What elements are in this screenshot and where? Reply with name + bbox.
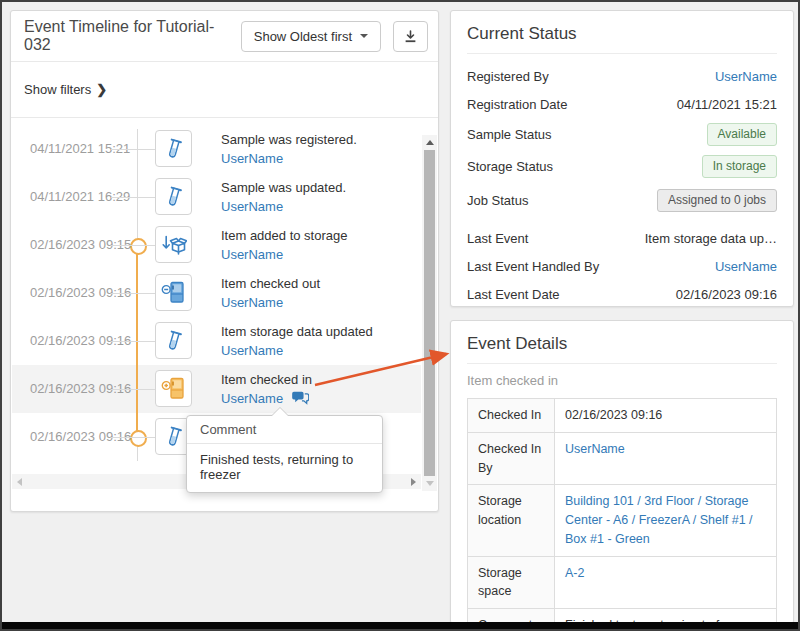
status-row-last-event-date: Last Event Date 02/16/2023 09:16 <box>467 280 777 308</box>
checked-in-by-user-link[interactable]: UserName <box>555 432 777 485</box>
event-user-link[interactable]: UserName <box>221 151 283 166</box>
status-row-sample-status: Sample Status Available <box>467 118 777 150</box>
freezer-check-out-icon <box>155 274 192 311</box>
test-tube-icon <box>155 178 192 215</box>
last-event-value: Item storage data up… <box>645 231 777 246</box>
add-to-storage-icon <box>155 226 192 263</box>
status-row-registered-by: Registered By UserName <box>467 62 777 90</box>
show-filters-label: Show filters <box>24 82 91 97</box>
storage-location-link[interactable]: Building 101 / 3rd Floor / Storage Cente… <box>555 485 777 556</box>
timeline-header: Event Timeline for Tutorial-032 Show Old… <box>11 11 438 62</box>
storage-space-link[interactable]: A-2 <box>555 556 777 609</box>
status-row-last-event-handled-by: Last Event Handled By UserName <box>467 252 777 280</box>
timeline-event-row: 04/11/2021 15:21 Sample was registered. … <box>11 125 421 173</box>
sort-order-button[interactable]: Show Oldest first <box>241 21 381 52</box>
last-event-user-link[interactable]: UserName <box>715 259 777 274</box>
scroll-down-button[interactable] <box>422 476 437 491</box>
event-user-link[interactable]: UserName <box>221 391 283 406</box>
timeline-event-row: 02/16/2023 09:16 Item checked out UserNa… <box>11 269 421 317</box>
chevron-right-icon: ❯ <box>96 82 107 97</box>
current-status-title: Current Status <box>467 11 777 54</box>
event-details-table: Checked In 02/16/2023 09:16 Checked In B… <box>467 398 777 631</box>
table-row: Checked In 02/16/2023 09:16 <box>468 399 777 433</box>
timeline-event-row: 02/16/2023 09:15 Item added to storage U… <box>11 221 421 269</box>
sort-order-label: Show Oldest first <box>254 29 352 44</box>
event-user-link[interactable]: UserName <box>221 247 283 262</box>
comment-popover: Comment Finished tests, returning to fre… <box>186 415 383 493</box>
job-status-badge[interactable]: Assigned to 0 jobs <box>657 189 777 212</box>
status-row-job-status: Job Status Assigned to 0 jobs <box>467 182 777 218</box>
status-row-last-event: Last Event Item storage data up… <box>467 224 777 252</box>
event-timeline-panel: Event Timeline for Tutorial-032 Show Old… <box>10 10 439 512</box>
timeline-event-row: 02/16/2023 09:16 Item storage data updat… <box>11 317 421 365</box>
event-details-subtitle: Item checked in <box>467 364 777 398</box>
freezer-check-in-icon <box>155 370 192 407</box>
status-row-storage-status: Storage Status In storage <box>467 150 777 182</box>
vertical-scrollbar-thumb[interactable] <box>424 150 435 476</box>
registered-by-user-link[interactable]: UserName <box>715 69 777 84</box>
scroll-up-button[interactable] <box>422 135 437 150</box>
event-user-link[interactable]: UserName <box>221 199 283 214</box>
event-details-panel: Event Details Item checked in Checked In… <box>450 320 794 624</box>
event-text: Item checked in <box>221 370 312 389</box>
event-user-link[interactable]: UserName <box>221 295 283 310</box>
timeline-event-row: 04/11/2021 16:29 Sample was updated. Use… <box>11 173 421 221</box>
event-text: Item checked out <box>221 274 320 293</box>
storage-status-badge: In storage <box>702 155 777 178</box>
triangle-right-icon <box>411 478 416 486</box>
event-details-title: Event Details <box>467 321 777 364</box>
comment-popover-body: Finished tests, returning to freezer <box>187 444 382 492</box>
download-button[interactable] <box>393 21 428 52</box>
table-row: Checked In By UserName <box>468 432 777 485</box>
test-tube-icon <box>155 130 192 167</box>
status-row-registration-date: Registration Date 04/11/2021 15:21 <box>467 90 777 118</box>
triangle-left-icon <box>17 478 22 486</box>
comment-bubble-icon[interactable] <box>292 391 309 405</box>
timeline-title: Event Timeline for Tutorial-032 <box>24 18 241 54</box>
scroll-left-button[interactable] <box>12 474 27 489</box>
triangle-down-icon <box>426 481 434 486</box>
event-text: Item added to storage <box>221 226 347 245</box>
event-user-link[interactable]: UserName <box>221 343 283 358</box>
triangle-up-icon <box>426 140 434 145</box>
registration-date-value: 04/11/2021 15:21 <box>677 97 777 112</box>
timeline-event-row-selected: 02/16/2023 09:16 Item checked in UserNam… <box>11 365 421 413</box>
app-window: Event Timeline for Tutorial-032 Show Old… <box>0 0 800 631</box>
show-filters-toggle[interactable]: Show filters ❯ <box>11 62 438 118</box>
caret-down-icon <box>360 34 368 38</box>
test-tube-icon <box>155 322 192 359</box>
table-row: Storage space A-2 <box>468 556 777 609</box>
scroll-right-button[interactable] <box>406 474 421 489</box>
vertical-scrollbar[interactable] <box>422 135 437 491</box>
checked-in-value: 02/16/2023 09:16 <box>555 399 777 433</box>
event-text: Sample was registered. <box>221 130 357 149</box>
current-status-panel: Current Status Registered By UserName Re… <box>450 10 794 307</box>
table-row: Storage location Building 101 / 3rd Floo… <box>468 485 777 556</box>
download-icon <box>403 29 418 44</box>
comment-popover-title: Comment <box>187 416 382 444</box>
bottom-black-bar <box>2 622 798 629</box>
sample-status-badge: Available <box>707 123 777 146</box>
last-event-date-value: 02/16/2023 09:16 <box>676 287 777 302</box>
event-text: Sample was updated. <box>221 178 346 197</box>
event-text: Item storage data updated <box>221 322 373 341</box>
